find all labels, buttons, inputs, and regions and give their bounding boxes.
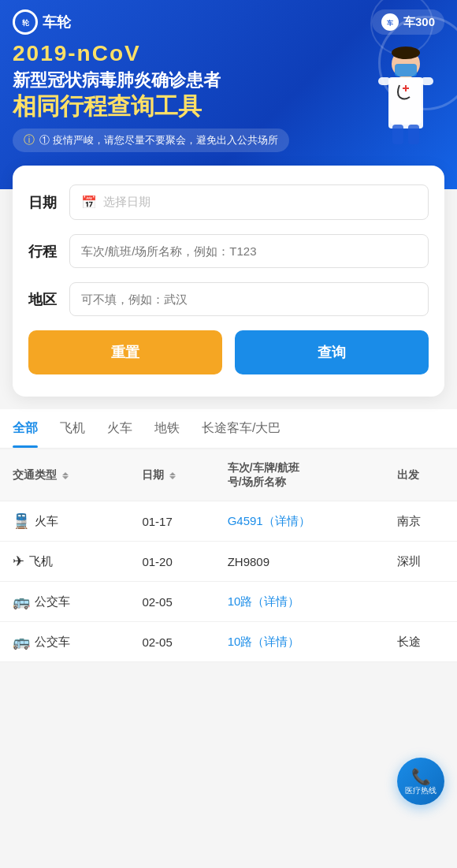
floating-btn-label: 医疗热线 [405,786,437,795]
svg-rect-10 [405,85,407,91]
floating-hotline-button[interactable]: 📞 医疗热线 [397,758,444,805]
date-row: 日期 📅 选择日期 [28,184,429,220]
type-text-2: 飞机 [29,554,53,569]
svg-point-6 [392,47,420,59]
data-table: 交通类型 日期 车次/车牌/航班号/场所名称 出发 [0,450,457,662]
sort-icon-date [169,472,176,479]
calendar-icon: 📅 [81,195,97,210]
svg-rect-14 [408,125,419,144]
banner-notice: ⓘ ① 疫情严峻，请您尽量不要聚会，避免出入公共场所 [13,129,289,152]
trip-row: 行程 [28,234,429,268]
logo-inner: 轮 [15,12,35,32]
form-card: 日期 📅 选择日期 行程 地区 重置 查询 [13,166,444,397]
td-depart-4: 长途 [389,622,457,662]
sort-down-date [169,476,176,479]
date-input-wrapper[interactable]: 📅 选择日期 [69,184,429,220]
th-type[interactable]: 交通类型 [0,450,134,501]
table-body: 🚆 火车 01-17 G4591（详情） 南京 ✈ 飞机 01-20 ZH980… [0,501,457,662]
td-depart-3 [389,582,457,622]
sort-down-type [62,476,69,479]
transport-cell-1: 🚆 火车 [13,512,126,530]
th-trip: 车次/车牌/航班号/场所名称 [220,450,389,501]
bus-icon-3: 🚌 [13,593,30,610]
trip-text-2: ZH9809 [228,555,269,568]
area-label: 地区 [28,290,69,309]
notice-icon: ⓘ [24,133,35,147]
area-input[interactable] [69,282,429,316]
sort-icon-type [62,472,69,479]
train-icon: 🚆 [13,512,30,530]
phone-icon: 📞 [411,767,431,786]
area-row: 地区 [28,282,429,316]
svg-rect-12 [421,77,433,85]
transport-cell-3: 🚌 公交车 [13,593,126,610]
notice-text: ① 疫情严峻，请您尽量不要聚会，避免出入公共场所 [39,133,278,147]
transport-cell-4: 🚌 公交车 [13,633,126,650]
type-text-1: 火车 [35,514,58,529]
trip-link-1[interactable]: G4591（详情） [228,514,310,527]
td-trip-2: ZH9809 [220,542,389,582]
sort-up-type [62,472,69,475]
td-trip-1[interactable]: G4591（详情） [220,501,389,542]
td-date-3: 02-05 [134,582,219,622]
td-trip-3[interactable]: 10路（详情） [220,582,389,622]
td-type-1: 🚆 火车 [0,501,134,542]
td-date-2: 01-20 [134,542,219,582]
doctor-figure [355,26,457,152]
tab-metro[interactable]: 地铁 [154,409,180,448]
query-button[interactable]: 查询 [235,330,429,374]
filter-tabs: 全部 飞机 火车 地铁 长途客车/大巴 [0,409,457,449]
banner-content: 2019-nCoV 新型冠状病毒肺炎确诊患者 相同行程查询工具 ⓘ ① 疫情严峻… [0,41,457,152]
trip-label: 行程 [28,242,69,261]
reset-button[interactable]: 重置 [28,330,222,374]
td-depart-1: 南京 [389,501,457,542]
sort-up-date [169,472,176,475]
date-label: 日期 [28,193,69,212]
td-type-3: 🚌 公交车 [0,582,134,622]
svg-rect-8 [388,77,423,129]
tab-bus[interactable]: 长途客车/大巴 [202,409,281,448]
logo-circle: 轮 [13,9,38,35]
td-type-2: ✈ 飞机 [0,542,134,582]
svg-text:轮: 轮 [21,19,30,27]
td-trip-4[interactable]: 10路（详情） [220,622,389,662]
svg-rect-11 [378,77,391,85]
type-text-3: 公交车 [35,594,70,609]
trip-link-4[interactable]: 10路（详情） [228,635,300,648]
svg-rect-7 [395,64,417,76]
tab-train[interactable]: 火车 [107,409,132,448]
table-row: ✈ 飞机 01-20 ZH9809 深圳 [0,542,457,582]
table-row: 🚆 火车 01-17 G4591（详情） 南京 [0,501,457,542]
tab-all[interactable]: 全部 [13,409,38,448]
logo-left-text: 车轮 [43,13,71,32]
form-buttons: 重置 查询 [28,330,429,374]
td-type-4: 🚌 公交车 [0,622,134,662]
th-date[interactable]: 日期 [134,450,219,501]
trip-link-3[interactable]: 10路（详情） [228,594,300,608]
td-depart-2: 深圳 [389,542,457,582]
transport-cell-2: ✈ 飞机 [13,553,126,570]
table-row: 🚌 公交车 02-05 10路（详情） 长途 [0,622,457,662]
date-placeholder-text: 选择日期 [103,195,150,210]
table-row: 🚌 公交车 02-05 10路（详情） [0,582,457,622]
tab-plane[interactable]: 飞机 [60,409,85,448]
svg-rect-13 [392,125,403,144]
trip-input[interactable] [69,234,429,268]
bus-icon-4: 🚌 [13,633,30,650]
logo-left: 轮 车轮 [13,9,71,35]
td-date-1: 01-17 [134,501,219,542]
plane-icon: ✈ [13,553,24,570]
td-date-4: 02-05 [134,622,219,662]
th-depart: 出发 [389,450,457,501]
type-text-4: 公交车 [35,635,70,650]
header-banner: 轮 车轮 车 车300 2019-nCoV 新型冠状病毒肺炎确诊患者 相同行程查… [0,0,457,189]
table-header-row: 交通类型 日期 车次/车牌/航班号/场所名称 出发 [0,450,457,501]
